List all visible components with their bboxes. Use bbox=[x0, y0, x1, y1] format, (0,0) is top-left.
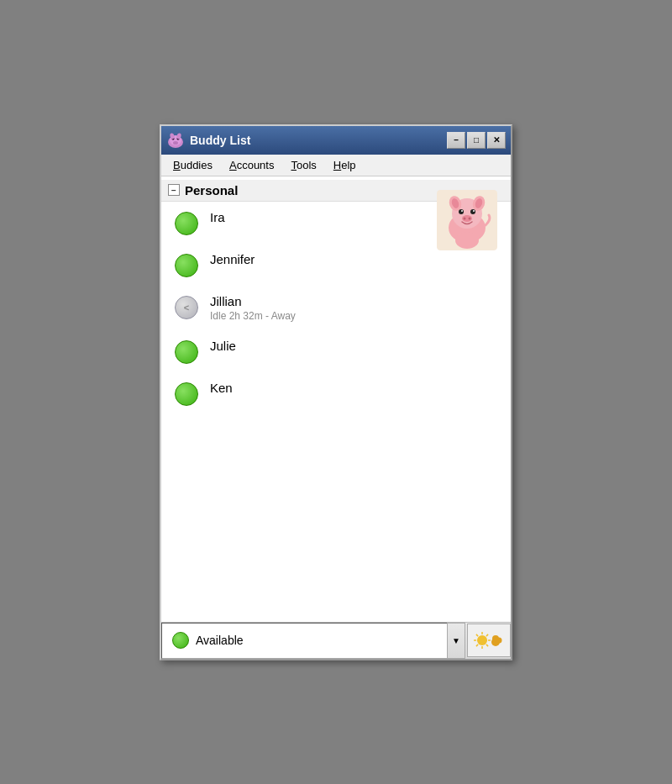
svg-point-19 bbox=[464, 217, 466, 219]
window-title: Buddy List bbox=[190, 134, 442, 147]
status-left-area[interactable]: Available bbox=[161, 623, 447, 659]
svg-point-33 bbox=[496, 638, 502, 644]
app-icon bbox=[166, 131, 185, 150]
svg-line-28 bbox=[486, 645, 488, 646]
title-bar: Buddy List – □ ✕ bbox=[161, 126, 511, 155]
jillian-name: Jillian bbox=[210, 294, 497, 308]
jennifer-name: Jennifer bbox=[210, 252, 497, 266]
jillian-status-text: Idle 2h 32m - Away bbox=[210, 310, 497, 322]
buddy-list-window: Buddy List – □ ✕ Buddies Accounts Tools … bbox=[160, 124, 512, 660]
jennifer-info: Jennifer bbox=[210, 252, 497, 266]
menu-bar: Buddies Accounts Tools Help bbox=[161, 155, 511, 176]
svg-point-20 bbox=[469, 217, 471, 219]
minimize-button[interactable]: – bbox=[447, 132, 465, 149]
julie-name: Julie bbox=[210, 339, 497, 353]
buddy-ken[interactable]: Ken bbox=[161, 372, 511, 414]
group-collapse-icon[interactable]: − bbox=[168, 184, 180, 196]
group-name: Personal bbox=[185, 183, 238, 197]
ira-avatar bbox=[437, 190, 497, 250]
svg-point-14 bbox=[459, 209, 464, 214]
julie-status-icon bbox=[175, 340, 198, 364]
svg-line-30 bbox=[476, 645, 478, 646]
menu-help[interactable]: Help bbox=[325, 156, 365, 174]
mood-icon-button[interactable] bbox=[467, 624, 511, 657]
jillian-info: Jillian Idle 2h 32m - Away bbox=[210, 294, 497, 322]
status-available-label: Available bbox=[196, 634, 244, 647]
julie-info: Julie bbox=[210, 339, 497, 353]
buddy-jillian[interactable]: Jillian Idle 2h 32m - Away bbox=[161, 286, 511, 330]
close-button[interactable]: ✕ bbox=[487, 132, 506, 149]
svg-point-22 bbox=[477, 635, 487, 645]
status-dropdown-button[interactable]: ▼ bbox=[447, 623, 465, 659]
menu-buddies[interactable]: Buddies bbox=[165, 156, 221, 174]
ken-name: Ken bbox=[210, 381, 497, 395]
maximize-button[interactable]: □ bbox=[467, 132, 486, 149]
ken-info: Ken bbox=[210, 381, 497, 395]
svg-point-16 bbox=[461, 210, 463, 212]
menu-accounts[interactable]: Accounts bbox=[221, 156, 282, 174]
buddy-list-content: − Personal bbox=[161, 176, 511, 622]
svg-point-21 bbox=[455, 232, 479, 249]
dropdown-arrow-icon: ▼ bbox=[452, 636, 460, 645]
ira-status-icon bbox=[175, 212, 198, 235]
buddy-julie[interactable]: Julie bbox=[161, 330, 511, 372]
window-controls: – □ ✕ bbox=[447, 132, 506, 149]
svg-point-4 bbox=[173, 141, 178, 145]
svg-line-27 bbox=[476, 634, 478, 636]
ken-status-icon bbox=[175, 382, 198, 406]
svg-line-29 bbox=[486, 634, 488, 636]
menu-tools[interactable]: Tools bbox=[282, 156, 324, 174]
jillian-status-icon bbox=[175, 296, 198, 319]
svg-point-15 bbox=[470, 209, 475, 214]
jennifer-status-icon bbox=[175, 254, 198, 277]
status-bar: Available ▼ bbox=[161, 622, 511, 659]
status-available-dot bbox=[172, 632, 189, 649]
svg-point-17 bbox=[473, 210, 475, 212]
